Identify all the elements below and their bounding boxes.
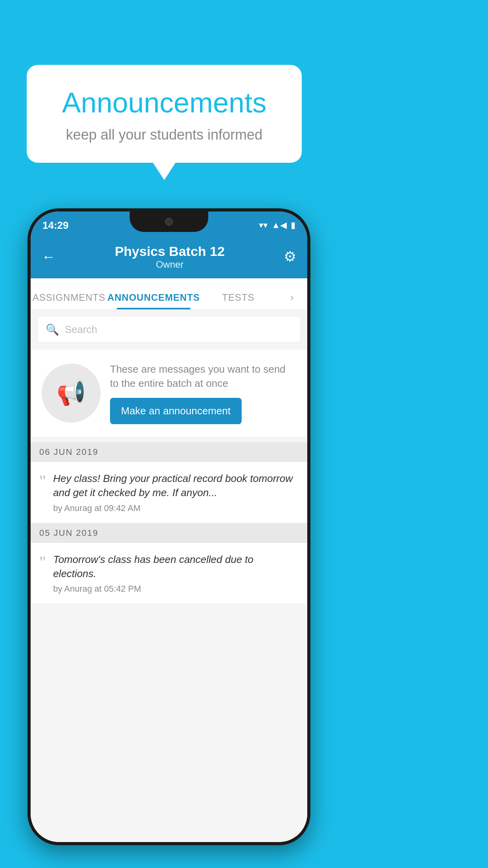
app-header: ← Physics Batch 12 Owner ⚙ [31,235,307,278]
date-separator-1: 06 JUN 2019 [31,442,307,462]
signal-icon: ▲◀ [272,220,287,230]
announcement-item-1[interactable]: " Hey class! Bring your practical record… [31,462,307,523]
back-button[interactable]: ← [42,248,56,265]
bubble-title: Announcements [50,86,278,119]
search-icon: 🔍 [46,323,59,336]
status-icons: ▾▾ ▲◀ ▮ [259,220,295,230]
date-separator-2: 05 JUN 2019 [31,523,307,543]
megaphone-icon: 📢 [57,379,86,407]
speech-bubble: Announcements keep all your students inf… [27,65,302,163]
tabs: ASSIGNMENTS ANNOUNCEMENTS TESTS › [31,278,307,310]
announcement-meta-1: by Anurag at 09:42 AM [53,503,299,513]
phone-frame: 14:29 ▾▾ ▲◀ ▮ ← Physics Batch 12 Owner ⚙… [28,208,310,845]
announcement-description: These are messages you want to send to t… [110,362,296,391]
announcement-info: These are messages you want to send to t… [110,362,296,424]
user-role: Owner [115,259,225,270]
announcement-empty-state: 📢 These are messages you want to send to… [31,349,307,437]
quote-icon-2: " [39,554,46,570]
batch-name: Physics Batch 12 [115,244,225,259]
quote-icon-1: " [39,473,46,489]
search-bar[interactable]: 🔍 Search [38,317,300,342]
phone-inner: 14:29 ▾▾ ▲◀ ▮ ← Physics Batch 12 Owner ⚙… [31,211,307,842]
announcement-message-1: Hey class! Bring your practical record b… [53,471,299,500]
battery-icon: ▮ [291,220,295,230]
announcement-item-2[interactable]: " Tomorrow's class has been cancelled du… [31,543,307,604]
status-time: 14:29 [42,219,69,232]
bubble-subtitle: keep all your students informed [50,127,278,143]
tab-more[interactable]: › [277,292,307,309]
search-placeholder: Search [65,324,97,336]
tab-tests[interactable]: TESTS [200,292,277,309]
announcement-meta-2: by Anurag at 05:42 PM [53,584,299,594]
wifi-icon: ▾▾ [259,220,268,230]
front-camera [165,218,173,226]
header-center: Physics Batch 12 Owner [115,244,225,270]
announcement-text-2: Tomorrow's class has been cancelled due … [53,552,299,594]
content-area: 🔍 Search 📢 These are messages you want t… [31,310,307,842]
tab-announcements[interactable]: ANNOUNCEMENTS [107,292,200,309]
announcement-text-1: Hey class! Bring your practical record b… [53,471,299,513]
make-announcement-button[interactable]: Make an announcement [110,398,242,424]
phone-notch [130,211,208,232]
announcement-message-2: Tomorrow's class has been cancelled due … [53,552,299,581]
tab-assignments[interactable]: ASSIGNMENTS [31,292,107,309]
megaphone-circle: 📢 [42,364,101,423]
settings-icon[interactable]: ⚙ [284,248,296,265]
